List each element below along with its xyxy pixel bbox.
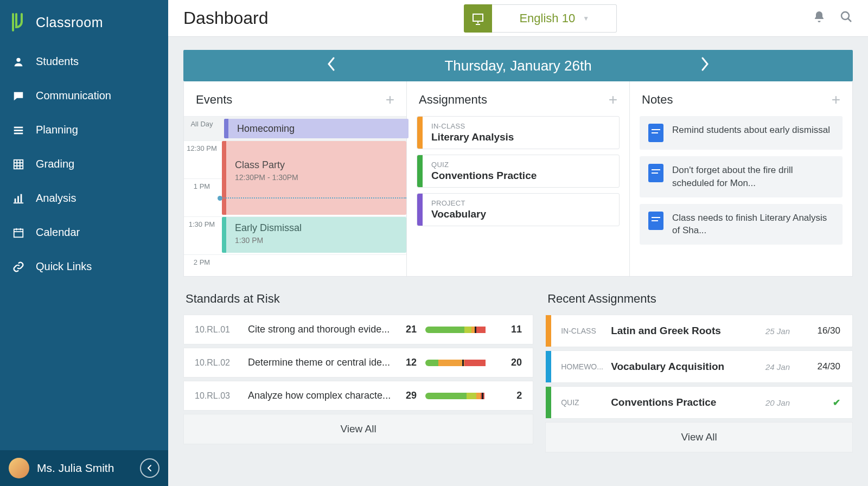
svg-rect-7 — [21, 194, 22, 202]
standard-row[interactable]: 10.RL.01Cite strong and thorough evide..… — [183, 315, 533, 344]
note-item[interactable]: Class needs to finish Literary Analysis … — [640, 204, 843, 245]
recent-type: QUIZ — [551, 398, 611, 407]
recent-date: 24 Jan — [765, 362, 809, 372]
time-label: All Day — [184, 117, 220, 140]
barchart-icon — [12, 193, 25, 204]
standards-view-all-button[interactable]: View All — [183, 414, 533, 444]
nav-label: Quick Links — [36, 260, 92, 273]
events-calendar: All Day Homecoming 12:30 PM Class Party — [184, 116, 406, 276]
color-stripe — [417, 155, 423, 187]
page-title: Dashboard — [183, 8, 269, 28]
standard-code: 10.RL.03 — [195, 391, 239, 401]
standard-right-count: 2 — [505, 390, 522, 401]
chevron-down-icon: ▼ — [583, 15, 589, 22]
calendar-icon — [12, 227, 25, 239]
search-icon[interactable] — [840, 10, 853, 27]
sidebar-item-planning[interactable]: Planning — [0, 113, 168, 147]
add-event-button[interactable]: + — [386, 91, 394, 108]
events-title: Events — [196, 93, 232, 107]
nav-label: Grading — [36, 158, 74, 170]
standard-row[interactable]: 10.RL.03Analyze how complex characte...2… — [183, 381, 533, 411]
standard-code: 10.RL.02 — [195, 358, 239, 368]
date-banner: Thursday, January 26th — [183, 50, 853, 81]
recent-assignment-row[interactable]: IN-CLASSLatin and Greek Roots25 Jan16/30 — [545, 315, 853, 347]
standard-left-count: 29 — [399, 390, 417, 401]
recent-type: HOMEWO... — [551, 362, 611, 371]
svg-rect-3 — [14, 132, 23, 134]
sidebar-item-communication[interactable]: Communication — [0, 79, 168, 113]
sidebar-item-students[interactable]: Students — [0, 44, 168, 79]
svg-rect-9 — [473, 14, 483, 21]
recent-date: 20 Jan — [765, 398, 809, 407]
logo-icon — [11, 13, 26, 31]
recent-section: Recent Assignments IN-CLASSLatin and Gre… — [545, 292, 853, 452]
sidebar-item-analysis[interactable]: Analysis — [0, 181, 168, 215]
standard-right-count: 11 — [505, 324, 522, 335]
day-panels: Events + All Day Homecoming 12:30 PM — [183, 81, 853, 277]
sidebar-footer: Ms. Julia Smith — [0, 450, 168, 486]
avatar[interactable] — [9, 458, 29, 478]
add-assignment-button[interactable]: + — [609, 91, 617, 108]
assignment-item[interactable]: QUIZConventions Practice — [417, 155, 620, 188]
assignment-item[interactable]: IN-CLASSLiterary Analysis — [417, 116, 620, 149]
standard-row[interactable]: 10.RL.02Determine theme or central ide..… — [183, 348, 533, 378]
checkmark-icon: ✔ — [833, 398, 840, 408]
color-stripe — [546, 351, 551, 382]
standards-section: Standards at Risk 10.RL.01Cite strong an… — [183, 292, 533, 452]
main: Dashboard English 10 ▼ Thursday, J — [168, 0, 868, 486]
svg-rect-8 — [14, 229, 23, 237]
svg-rect-1 — [14, 126, 23, 128]
assignment-type: PROJECT — [431, 199, 486, 207]
content: Thursday, January 26th Events + All Day — [168, 37, 868, 486]
assignment-name: Conventions Practice — [431, 170, 537, 182]
time-label: 12:30 PM — [184, 141, 220, 178]
prev-day-button[interactable] — [326, 56, 336, 76]
svg-rect-4 — [14, 159, 23, 169]
person-icon — [12, 56, 25, 68]
collapse-sidebar-button[interactable] — [140, 458, 159, 478]
standard-right-count: 20 — [505, 357, 522, 368]
recent-date: 25 Jan — [765, 327, 809, 336]
add-note-button[interactable]: + — [832, 91, 840, 108]
user-name: Ms. Julia Smith — [37, 462, 132, 475]
topbar: Dashboard English 10 ▼ — [168, 0, 868, 37]
svg-rect-5 — [15, 199, 16, 202]
recent-score: 24/30 — [809, 361, 852, 372]
recent-assignment-row[interactable]: HOMEWO...Vocabulary Acquisition24 Jan24/… — [545, 350, 853, 383]
class-dropdown[interactable]: English 10 ▼ — [492, 4, 617, 33]
svg-point-0 — [16, 57, 20, 61]
nav-label: Planning — [36, 124, 78, 136]
event-early-dismissal[interactable]: Early Dismissal 1:30 PM — [222, 217, 406, 253]
note-item[interactable]: Remind students about early dismissal — [640, 116, 843, 150]
link-icon — [12, 261, 25, 273]
event-homecoming[interactable]: Homecoming — [224, 119, 409, 138]
recent-name: Latin and Greek Roots — [611, 325, 765, 337]
time-label: 1 PM — [184, 179, 220, 216]
standard-desc: Cite strong and thorough evide... — [248, 324, 391, 335]
standard-code: 10.RL.01 — [195, 325, 239, 335]
recent-assignment-row[interactable]: QUIZConventions Practice20 Jan✔ — [545, 386, 853, 419]
app-title: Classroom — [36, 15, 103, 30]
bell-icon[interactable] — [813, 10, 826, 27]
list-icon — [12, 124, 25, 136]
recent-title: Recent Assignments — [545, 292, 853, 306]
nav-label: Students — [36, 55, 79, 68]
assignment-name: Literary Analysis — [431, 131, 514, 143]
standards-title: Standards at Risk — [183, 292, 533, 306]
notes-panel: Notes + Remind students about early dism… — [630, 81, 852, 276]
time-label: 1:30 PM — [184, 217, 220, 254]
recent-view-all-button[interactable]: View All — [545, 422, 853, 452]
color-stripe — [546, 387, 551, 418]
sidebar-item-quick-links[interactable]: Quick Links — [0, 250, 168, 284]
next-day-button[interactable] — [700, 56, 710, 76]
assignment-item[interactable]: PROJECTVocabulary — [417, 193, 620, 226]
assignments-title: Assignments — [419, 93, 487, 107]
document-icon — [648, 212, 663, 230]
nav-label: Calendar — [36, 226, 80, 239]
note-item[interactable]: Don't forget about the fire drill schedu… — [640, 156, 843, 197]
sidebar-header: Classroom — [0, 0, 168, 44]
sidebar-item-calendar[interactable]: Calendar — [0, 215, 168, 250]
standard-bar — [425, 327, 496, 333]
notes-title: Notes — [642, 93, 673, 107]
sidebar-item-grading[interactable]: Grading — [0, 147, 168, 181]
